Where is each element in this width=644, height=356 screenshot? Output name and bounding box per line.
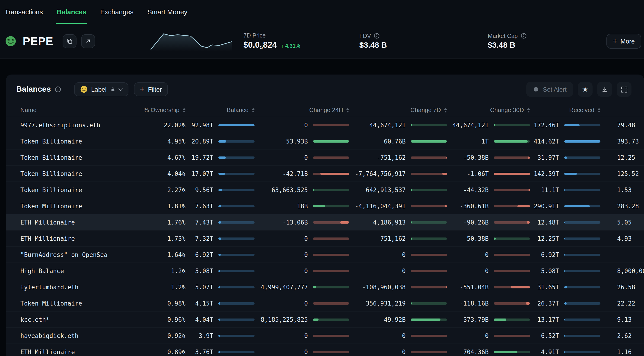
cell-name[interactable]: haveabigdick.eth: [20, 332, 114, 339]
table-row[interactable]: ETH Millionaire1.73%7.32T0751,16250.38B1…: [6, 230, 644, 247]
download-button[interactable]: [597, 82, 612, 97]
column-header-balance[interactable]: Balance: [186, 107, 254, 113]
cell-balance: 7.32T: [186, 235, 254, 242]
column-header-label: Name: [20, 107, 36, 113]
nav-tab-balances[interactable]: Balances: [56, 0, 87, 24]
cell-change-7d: 49.92B: [349, 316, 447, 323]
change-7d-bar: [411, 270, 447, 272]
cell-name[interactable]: 9977.ethscriptions.eth: [20, 122, 114, 129]
balance-bar: [218, 302, 254, 304]
balance-bar: [218, 351, 254, 353]
cell-balance: 92.98T: [186, 122, 254, 129]
cell-name[interactable]: Token Billionaire: [20, 154, 114, 161]
table-row[interactable]: Token Billionaire4.95%20.89T53.93B60.76B…: [6, 133, 644, 150]
table-row[interactable]: Token Billionaire4.04%17.07T-42.71B-7,76…: [6, 166, 644, 182]
cell-name[interactable]: tylerlumbard.eth: [20, 284, 114, 291]
label-filter-chip[interactable]: Label: [74, 82, 128, 96]
change-24h-bar-fill: [320, 173, 349, 175]
change-30d-bar-fill: [494, 351, 518, 353]
fullscreen-button[interactable]: [617, 82, 632, 97]
column-header-received[interactable]: Received: [530, 107, 600, 113]
cell-name[interactable]: High Balance: [20, 267, 114, 274]
change-24h-bar: [313, 351, 349, 353]
change-7d-bar-fill: [442, 173, 447, 175]
column-header-ownership[interactable]: % Ownership: [114, 107, 186, 113]
column-header-change-30d[interactable]: Change 30D: [447, 107, 530, 113]
sort-icon: [183, 108, 186, 112]
received-bar-fill: [564, 286, 567, 288]
cell-change-7d: 751,162: [349, 235, 447, 242]
table-row[interactable]: ETH Millionaire0.89%3.76T00704.36B4.91T1…: [6, 344, 644, 356]
change-30d-bar: [494, 270, 530, 272]
cell-name[interactable]: "BurnAddress" on OpenSea: [20, 251, 114, 258]
change-30d-bar-fill: [511, 286, 530, 288]
change-24h-value: 0: [254, 154, 308, 161]
change-24h-bar-fill: [313, 140, 349, 142]
filter-button[interactable]: + Filter: [134, 82, 168, 96]
received-bar-fill: [564, 302, 566, 304]
cell-overflow: 9.13: [600, 316, 644, 323]
cell-name[interactable]: Token Millionaire: [20, 300, 114, 307]
explorer-button[interactable]: [81, 34, 95, 48]
cell-overflow: 26.58: [600, 284, 644, 291]
copy-address-button[interactable]: [62, 34, 76, 48]
cell-change-7d: 4,186,913: [349, 219, 447, 226]
nav-tab-exchanges[interactable]: Exchanges: [99, 0, 134, 24]
received-bar-fill: [564, 335, 565, 337]
table-row[interactable]: Token Billionaire4.67%19.72T0-751,162-50…: [6, 150, 644, 166]
sort-icon: [527, 108, 530, 112]
cell-name[interactable]: Token Billionaire: [20, 138, 114, 145]
balance-value: 19.72T: [186, 154, 213, 161]
table-row[interactable]: High Balance1.2%5.08T0005.08T8,000,00: [6, 263, 644, 279]
cell-name[interactable]: kcc.eth*: [20, 316, 114, 323]
table-row[interactable]: Token Millionaire1.81%7.63T18B-4,116,044…: [6, 198, 644, 214]
favorite-button[interactable]: ★: [578, 82, 592, 97]
table-row[interactable]: Token Billionaire2.27%9.56T63,663,525642…: [6, 182, 644, 198]
change-24h-value: -13.06B: [254, 219, 308, 226]
cell-received: 12.25T: [530, 235, 600, 242]
lock-icon: [110, 87, 115, 92]
received-bar: [564, 302, 600, 304]
price-value: $0.05824: [244, 40, 277, 50]
column-header-change-7d[interactable]: Change 7D: [349, 107, 447, 113]
balance-bar-fill: [218, 140, 226, 142]
received-value: 4.91T: [530, 348, 559, 355]
cell-name[interactable]: Token Billionaire: [20, 186, 114, 193]
app: TransactionsBalancesExchangesSmart Money…: [0, 0, 644, 356]
balance-bar: [218, 221, 254, 223]
table-row[interactable]: haveabigdick.eth0.92%3.9T0006.52T2.62: [6, 328, 644, 344]
cell-name[interactable]: ETH Millionaire: [20, 219, 114, 226]
table-row[interactable]: Token Millionaire0.98%4.15T0356,931,219-…: [6, 295, 644, 312]
table-row[interactable]: "BurnAddress" on OpenSea1.64%6.92T0006.9…: [6, 247, 644, 263]
cell-ownership: 1.64%: [114, 251, 186, 258]
balance-bar-fill: [218, 302, 220, 304]
cell-name[interactable]: ETH Millionaire: [20, 235, 114, 242]
change-30d-bar: [494, 221, 530, 223]
balance-value: 5.08T: [186, 267, 213, 274]
change-24h-bar: [313, 124, 349, 126]
more-button[interactable]: + More: [606, 34, 641, 49]
nav-tab-smart-money[interactable]: Smart Money: [146, 0, 188, 24]
cell-ownership: 0.98%: [114, 300, 186, 307]
change-7d-bar: [411, 302, 447, 304]
table-row[interactable]: 9977.ethscriptions.eth22.02%92.98T044,67…: [6, 117, 644, 133]
cell-change-30d: -50.38B: [447, 154, 530, 161]
balance-value: 3.9T: [186, 332, 213, 339]
column-header-change-24h[interactable]: Change 24H: [254, 107, 349, 113]
cell-change-24h: 0: [254, 267, 349, 274]
cell-name[interactable]: ETH Millionaire: [20, 348, 114, 355]
change-30d-value: 50.38B: [447, 235, 489, 242]
change-7d-bar: [411, 253, 447, 256]
nav-tab-transactions[interactable]: Transactions: [4, 0, 44, 24]
set-alert-button[interactable]: Set Alert: [526, 82, 573, 97]
change-7d-bar: [411, 156, 447, 159]
received-value: 142.59T: [530, 170, 559, 177]
table-row[interactable]: tylerlumbard.eth1.2%5.07T4,999,407,777-1…: [6, 279, 644, 295]
received-bar: [564, 351, 600, 353]
cell-name[interactable]: Token Billionaire: [20, 170, 114, 177]
cell-name[interactable]: Token Millionaire: [20, 202, 114, 209]
table-row[interactable]: ETH Millionaire1.76%7.43T-13.06B4,186,91…: [6, 214, 644, 230]
cell-received: 31.65T: [530, 284, 600, 291]
change-30d-bar: [494, 173, 530, 175]
table-row[interactable]: kcc.eth*0.96%4.04T8,185,225,82549.92B373…: [6, 312, 644, 328]
